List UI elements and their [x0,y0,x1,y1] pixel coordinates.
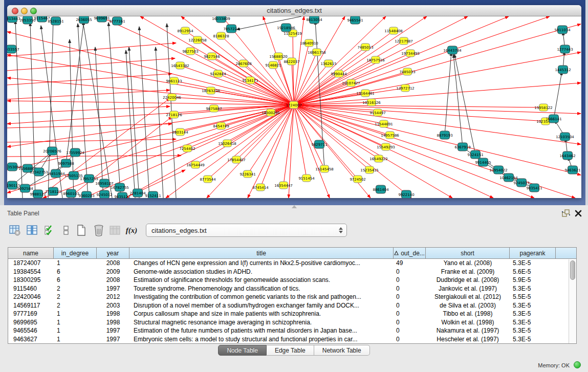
import-table-icon-disabled[interactable] [108,223,122,237]
table-row[interactable]: 946362711997Embryonic stem cells: a mode… [8,335,576,344]
graph-node[interactable]: 15026418 [218,140,236,147]
column-header-out-degree[interactable]: out_de... [394,248,426,258]
graph-node[interactable]: 2053350 [19,16,35,24]
graph-node[interactable]: 9360203 [78,191,94,198]
table-settings-icon[interactable] [8,223,21,237]
graph-node[interactable]: 8822037 [284,58,299,65]
graph-node[interactable]: 9777161 [109,17,125,25]
graph-node[interactable]: 16543382 [171,62,189,69]
scrollbar-thumb[interactable] [570,260,575,280]
graph-node[interactable]: 18640910 [300,39,318,47]
graph-node[interactable]: 1277443 [557,45,573,53]
graph-node[interactable]: 17854407 [227,156,246,163]
graph-node[interactable]: 9835122 [114,192,130,198]
table-row[interactable]: 1872400712008Changes of HCN gene express… [8,259,576,268]
merge-rows-icon[interactable] [59,223,73,237]
graph-node[interactable]: 9988122 [30,190,46,198]
graph-node[interactable]: 2281404 [129,189,146,197]
table-row[interactable]: 2242004622012Investigating the contribut… [8,293,576,301]
graph-node[interactable]: 9699691 [94,16,110,22]
graph-node[interactable]: 12103504 [556,133,574,141]
graph-node[interactable]: 8745414 [252,184,269,191]
table-row[interactable]: 977716911998Corpus callosum shape and si… [8,310,576,318]
graph-node[interactable]: 9861123 [166,77,182,84]
graph-node[interactable]: 11548408 [384,27,403,34]
graph-node[interactable]: 14957586 [381,132,399,139]
float-panel-icon[interactable] [561,209,571,218]
graph-node[interactable]: 16033809 [212,16,230,23]
graph-node[interactable]: 8879193 [437,131,452,139]
tab-edge-table[interactable]: Edge Table [267,345,314,356]
graph-node[interactable]: 9724502 [350,176,365,183]
graph-node[interactable]: 17359924 [66,148,84,157]
tab-network-table[interactable]: Network Table [314,345,370,356]
graph-node[interactable]: 1813443 [7,16,20,23]
network-canvas[interactable]: 1724007891295412226058982750316543382986… [7,16,581,198]
column-header-title[interactable]: title [129,248,394,258]
graph-node[interactable]: 9151454 [298,174,315,182]
close-panel-icon[interactable] [574,209,583,218]
graph-node[interactable]: 12226058 [188,36,207,43]
graph-node[interactable]: 9324151 [467,150,483,159]
graph-node[interactable]: 16754449 [186,161,205,168]
table-row[interactable]: 911546021997Tourette syndrome. Phenomeno… [8,285,576,293]
function-builder-icon[interactable]: f(x) [125,223,138,237]
graph-node[interactable]: 9914405 [475,158,491,166]
table-row[interactable]: 1456911722003Disruption of a novel membe… [8,301,576,310]
graph-node[interactable]: 2636055 [76,16,92,24]
column-header-in-degree[interactable]: in_degree [54,248,97,258]
column-header-name[interactable]: name [8,248,54,258]
graph-node[interactable]: 15958122 [534,104,553,111]
graph-node[interactable]: 2033557 [7,45,19,53]
graph-node[interactable]: 8773544 [200,176,216,183]
graph-node[interactable]: 18757516 [366,56,385,63]
graph-node[interactable]: 11451944 [47,169,65,178]
graph-node[interactable]: 16443784 [443,46,462,54]
graph-node[interactable]: 7485033 [399,68,415,75]
graph-node[interactable]: 8186328 [213,32,229,39]
graph-node[interactable]: 16354447 [274,182,293,189]
graph-node[interactable]: 9097588 [58,159,74,167]
graph-node[interactable]: 12217987 [395,37,413,45]
graph-node[interactable]: 9152411 [145,191,161,198]
graph-node[interactable]: 1643462 [559,151,575,160]
graph-node[interactable]: 11544691 [375,120,393,127]
table-row[interactable]: 1830029562008Estimation of significance … [8,276,576,285]
panel-resize-grip[interactable] [292,205,297,208]
graph-node[interactable]: 10316126 [362,99,381,106]
graph-node[interactable]: 15549293 [377,143,395,150]
graph-node[interactable]: 8528151 [48,17,63,25]
graph-node[interactable]: 9226341 [239,170,255,178]
graph-node[interactable]: 2718121 [45,187,61,195]
graph-node[interactable]: 1445312 [555,65,571,74]
graph-node[interactable]: 5911034 [554,26,571,34]
graph-node[interactable]: 8861404 [373,185,389,193]
tab-node-table[interactable]: Node Table [218,345,267,356]
column-header-short[interactable]: short [426,248,510,258]
graph-node[interactable]: 19734493 [401,50,420,57]
column-header-year[interactable]: year [97,248,129,258]
graph-node[interactable]: 8813054 [306,16,322,24]
graph-node[interactable]: 9463621 [564,166,580,174]
table-selector-dropdown[interactable]: citations_edges.txt [146,224,347,237]
graph-node[interactable]: 8912954 [177,27,193,34]
graph-node[interactable]: 6367919 [454,143,470,151]
delete-trash-icon[interactable] [92,223,105,237]
table-row[interactable]: 1938455462009Genome-wide association stu… [8,268,576,276]
graph-node[interactable]: 15235415 [360,166,379,173]
graph-node[interactable]: 15145458 [315,165,334,172]
graph-node[interactable]: 7485013 [357,43,373,51]
graph-node[interactable]: 16961758 [308,49,326,56]
graph-node[interactable]: 2718126 [166,111,182,118]
graph-node[interactable]: 7857224 [223,25,239,33]
column-header-pagerank[interactable]: pagerank [510,248,556,258]
table-row[interactable]: 969969511998Structural magnetic resonanc… [8,318,576,327]
select-rows-icon[interactable] [43,223,56,237]
column-chooser-icon[interactable] [26,223,39,237]
graph-node[interactable]: 8960103 [63,189,79,198]
graph-node[interactable]: 16549222 [369,155,388,162]
table-row[interactable]: 946554611997Estimation of the future num… [8,326,576,335]
vertical-scrollbar[interactable] [569,259,576,343]
new-document-icon[interactable] [75,223,88,237]
memory-status-indicator[interactable] [574,361,581,368]
